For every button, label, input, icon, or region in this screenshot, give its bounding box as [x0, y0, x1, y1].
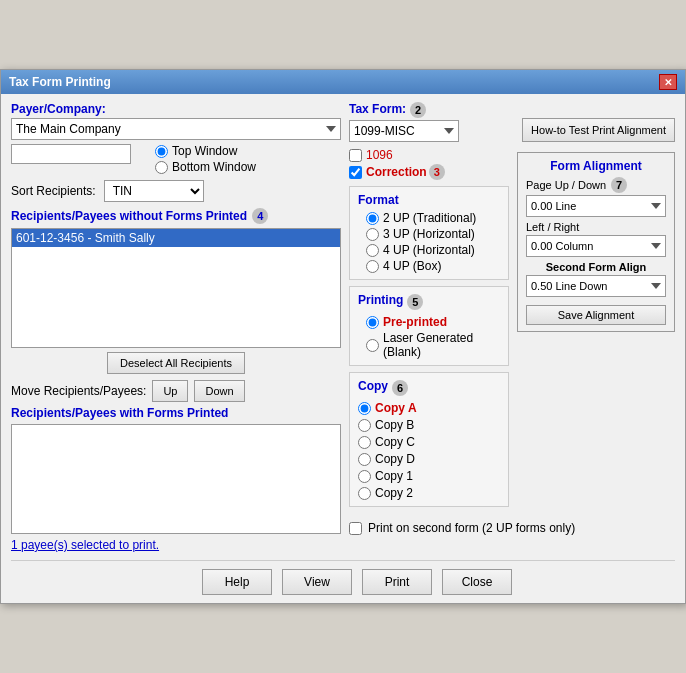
- preprinted-option[interactable]: Pre-printed: [366, 315, 500, 329]
- format-4upb-radio[interactable]: [366, 260, 379, 273]
- format-3up-radio[interactable]: [366, 228, 379, 241]
- copy-c-label: Copy C: [375, 435, 415, 449]
- format-3up[interactable]: 3 UP (Horizontal): [366, 227, 500, 241]
- correction-checkbox[interactable]: [349, 166, 362, 179]
- bottom-window-label: Bottom Window: [172, 160, 256, 174]
- form-checks: 1096 Correction3: [349, 148, 509, 180]
- middle-section: 1096 Correction3 Format: [349, 148, 675, 513]
- recipients-without-label: Recipients/Payees without Forms Printed …: [11, 208, 341, 224]
- laser-option[interactable]: Laser Generated (Blank): [366, 331, 500, 359]
- top-right-row: Tax Form: 2 1099-MISC How-to Test Print …: [349, 102, 675, 142]
- copy-label: Copy: [358, 379, 388, 393]
- list-item[interactable]: 601-12-3456 - Smith Sally: [12, 229, 340, 247]
- form-1096-label: 1096: [366, 148, 393, 162]
- printing-section: Printing 5 Pre-printed Laser: [349, 286, 509, 366]
- print-second-checkbox[interactable]: [349, 522, 362, 535]
- window-text-box[interactable]: [11, 144, 131, 164]
- format-4up-b[interactable]: 4 UP (Box): [366, 259, 500, 273]
- lr-combo[interactable]: 0.00 Column: [526, 235, 666, 257]
- copy-radio-group: Copy A Copy B Copy C: [358, 401, 500, 500]
- bottom-window-option[interactable]: Bottom Window: [155, 160, 256, 174]
- form-1096-row[interactable]: 1096: [349, 148, 509, 162]
- help-button[interactable]: Help: [202, 569, 272, 595]
- close-dialog-button[interactable]: Close: [442, 569, 512, 595]
- printing-badge: 5: [407, 294, 423, 310]
- copy-1-radio[interactable]: [358, 470, 371, 483]
- move-row: Move Recipients/Payees: Up Down: [11, 380, 341, 402]
- copy-c-option[interactable]: Copy C: [358, 435, 500, 449]
- format-4up-h[interactable]: 4 UP (Horizontal): [366, 243, 500, 257]
- recipients-without-list[interactable]: 601-12-3456 - Smith Sally: [11, 228, 341, 348]
- down-button[interactable]: Down: [194, 380, 244, 402]
- payee-link[interactable]: 1 payee(s) selected to print.: [11, 538, 341, 552]
- sort-combo[interactable]: TIN: [104, 180, 204, 202]
- save-alignment-button[interactable]: Save Alignment: [526, 305, 666, 325]
- second-form-label: Second Form Align: [526, 261, 666, 273]
- bottom-window-radio[interactable]: [155, 161, 168, 174]
- copy-a-label: Copy A: [375, 401, 417, 415]
- laser-radio[interactable]: [366, 339, 379, 352]
- up-button[interactable]: Up: [152, 380, 188, 402]
- copy-2-radio[interactable]: [358, 487, 371, 500]
- close-button[interactable]: ✕: [659, 74, 677, 90]
- copy-a-radio[interactable]: [358, 402, 371, 415]
- copy-d-radio[interactable]: [358, 453, 371, 466]
- copy-2-label: Copy 2: [375, 486, 413, 500]
- tax-form-badge: 2: [410, 102, 426, 118]
- dialog-body: Payer/Company: The Main Company Top Wind…: [1, 94, 685, 603]
- page-label: Page Up / Down 7: [526, 177, 666, 193]
- top-window-option[interactable]: Top Window: [155, 144, 256, 158]
- options-section: 1096 Correction3 Format: [349, 148, 509, 513]
- form-align-title: Form Alignment: [526, 159, 666, 173]
- format-2up-radio[interactable]: [366, 212, 379, 225]
- format-2up-label: 2 UP (Traditional): [383, 211, 476, 225]
- page-combo[interactable]: 0.00 Line: [526, 195, 666, 217]
- window-radio-group: Top Window Bottom Window: [155, 144, 256, 174]
- title-bar: Tax Form Printing ✕: [1, 70, 685, 94]
- copy-c-radio[interactable]: [358, 436, 371, 449]
- tax-form-printing-dialog: Tax Form Printing ✕ Payer/Company: The M…: [0, 69, 686, 604]
- laser-label: Laser Generated (Blank): [383, 331, 500, 359]
- badge-4: 4: [252, 208, 268, 224]
- form-1096-checkbox[interactable]: [349, 149, 362, 162]
- print-second-label: Print on second form (2 UP forms only): [368, 521, 575, 535]
- copy-1-option[interactable]: Copy 1: [358, 469, 500, 483]
- copy-a-option[interactable]: Copy A: [358, 401, 500, 415]
- format-radio-group: 2 UP (Traditional) 3 UP (Horizontal) 4 U…: [366, 211, 500, 273]
- payer-label: Payer/Company:: [11, 102, 341, 116]
- left-panel: Payer/Company: The Main Company Top Wind…: [11, 102, 349, 552]
- print-button[interactable]: Print: [362, 569, 432, 595]
- form-align-box: Form Alignment Page Up / Down 7 0.00 Lin…: [517, 152, 675, 332]
- format-4uph-radio[interactable]: [366, 244, 379, 257]
- top-window-radio[interactable]: [155, 145, 168, 158]
- sort-label: Sort Recipients:: [11, 184, 96, 198]
- view-button[interactable]: View: [282, 569, 352, 595]
- recipients-with-list[interactable]: [11, 424, 341, 534]
- payer-combo[interactable]: The Main Company: [11, 118, 341, 140]
- deselect-all-button[interactable]: Deselect All Recipients: [107, 352, 245, 374]
- preprinted-radio[interactable]: [366, 316, 379, 329]
- copy-2-option[interactable]: Copy 2: [358, 486, 500, 500]
- correction-row[interactable]: Correction3: [349, 164, 509, 180]
- tax-form-combo[interactable]: 1099-MISC: [349, 120, 459, 142]
- format-2up[interactable]: 2 UP (Traditional): [366, 211, 500, 225]
- format-4uph-label: 4 UP (Horizontal): [383, 243, 475, 257]
- copy-1-label: Copy 1: [375, 469, 413, 483]
- second-combo[interactable]: 0.50 Line Down: [526, 275, 666, 297]
- printing-label: Printing: [358, 293, 403, 307]
- printing-radio-group: Pre-printed Laser Generated (Blank): [366, 315, 500, 359]
- preprinted-label: Pre-printed: [383, 315, 447, 329]
- test-print-button[interactable]: How-to Test Print Alignment: [522, 118, 675, 142]
- copy-b-radio[interactable]: [358, 419, 371, 432]
- tax-form-group: Tax Form: 2 1099-MISC: [349, 102, 459, 142]
- form-alignment-section: Form Alignment Page Up / Down 7 0.00 Lin…: [517, 148, 675, 513]
- page-badge: 7: [611, 177, 627, 193]
- recipients-with-section: Recipients/Payees with Forms Printed: [11, 406, 341, 534]
- copy-badge: 6: [392, 380, 408, 396]
- top-window-label: Top Window: [172, 144, 237, 158]
- bottom-buttons: 8 Help View Print Close: [11, 560, 675, 595]
- copy-b-option[interactable]: Copy B: [358, 418, 500, 432]
- copy-d-option[interactable]: Copy D: [358, 452, 500, 466]
- format-label: Format: [358, 193, 500, 207]
- recipients-with-label: Recipients/Payees with Forms Printed: [11, 406, 341, 420]
